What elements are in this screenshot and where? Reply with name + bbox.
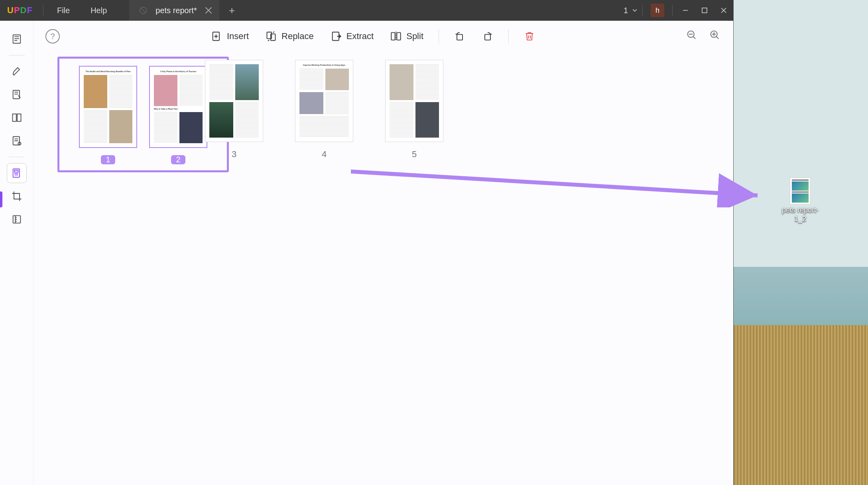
sidebar-reader-icon[interactable] [7,30,26,49]
page-number-2: 2 [171,155,185,164]
desktop-file-pets-report[interactable]: pets report-1_2 [780,177,820,223]
rotate-right-button[interactable] [475,28,500,45]
new-tab-button[interactable]: + [224,4,240,17]
page-grid: The Health and Mood-Boosting Benefits of… [33,52,733,485]
titlebar: UPDF File Help pets report* + 1 h [0,0,733,21]
split-label: Split [406,31,423,41]
svg-rect-4 [13,91,19,99]
organize-toolbar: ? Insert Replace Extract Split [33,21,733,52]
svg-rect-6 [17,114,21,122]
svg-rect-18 [457,34,463,40]
insert-button[interactable]: Insert [204,28,256,45]
svg-rect-5 [12,114,16,122]
svg-rect-2 [702,8,707,13]
tab-doc-icon [139,6,148,15]
svg-rect-10 [14,170,18,172]
extract-label: Extract [346,31,374,41]
sidebar-form-icon[interactable] [7,131,26,150]
zoom-in-button[interactable] [709,30,720,43]
page-number-3: 3 [232,149,236,160]
svg-rect-16 [392,33,395,40]
window-close-button[interactable] [714,0,733,21]
titlebar-page-count: 1 [624,6,628,15]
insert-label: Insert [227,31,249,41]
tab-title: pets report* [155,6,197,15]
content-pane: ? Insert Replace Extract Split [33,21,733,485]
page-thumbnail-2[interactable]: A Key Phase in the History of Tourism Wh… [149,66,207,164]
sidebar-highlight-icon[interactable] [7,62,26,81]
page-number-4: 4 [322,149,327,160]
app-logo: UPDF [7,5,33,16]
page2-sub: Why to Take a Plane Tour [154,108,203,110]
desktop-file-label: pets report-1_2 [780,206,820,223]
page-thumbnail-4[interactable]: Improve Working Productivity in Using Ap… [295,60,353,160]
page-number-5: 5 [412,149,417,160]
page2-title: A Key Phase in the History of Tourism [154,71,203,73]
svg-rect-19 [485,34,490,40]
user-avatar[interactable]: h [651,4,664,17]
help-icon[interactable]: ? [45,29,60,43]
svg-rect-3 [13,35,20,43]
page4-title: Improve Working Productivity in Using Ap… [299,64,349,67]
page-thumbnail-1[interactable]: The Health and Mood-Boosting Benefits of… [79,66,137,164]
rotate-left-button[interactable] [447,28,472,45]
document-tab[interactable]: pets report* [129,0,219,21]
app-window: UPDF File Help pets report* + 1 h [0,0,734,485]
window-maximize-button[interactable] [695,0,714,21]
selection-box: The Health and Mood-Boosting Benefits of… [57,57,229,172]
file-thumbnail-icon [790,177,811,205]
page-thumbnail-5[interactable]: 5 [385,60,443,160]
sidebar-compress-icon[interactable] [7,210,26,229]
sidebar-crop-icon[interactable] [7,187,26,206]
extract-button[interactable]: Extract [323,28,381,45]
svg-rect-17 [397,33,401,40]
page1-title: The Health and Mood-Boosting Benefits of… [84,71,132,73]
replace-button[interactable]: Replace [258,28,321,45]
tab-close-icon[interactable] [205,7,212,14]
replace-label: Replace [281,31,314,41]
sidebar-organize-icon[interactable] [7,164,26,183]
page-number-1: 1 [101,155,115,164]
sidebar-active-indicator [0,191,2,207]
window-minimize-button[interactable] [676,0,695,21]
menu-help[interactable]: Help [80,6,117,15]
split-button[interactable]: Split [383,28,431,45]
menu-file[interactable]: File [47,6,80,15]
zoom-out-button[interactable] [686,30,697,43]
left-sidebar [0,21,33,485]
chevron-down-icon[interactable] [632,8,638,13]
delete-button[interactable] [517,28,542,45]
sidebar-pageview-icon[interactable] [7,108,26,127]
sidebar-edit-icon[interactable] [7,85,26,104]
